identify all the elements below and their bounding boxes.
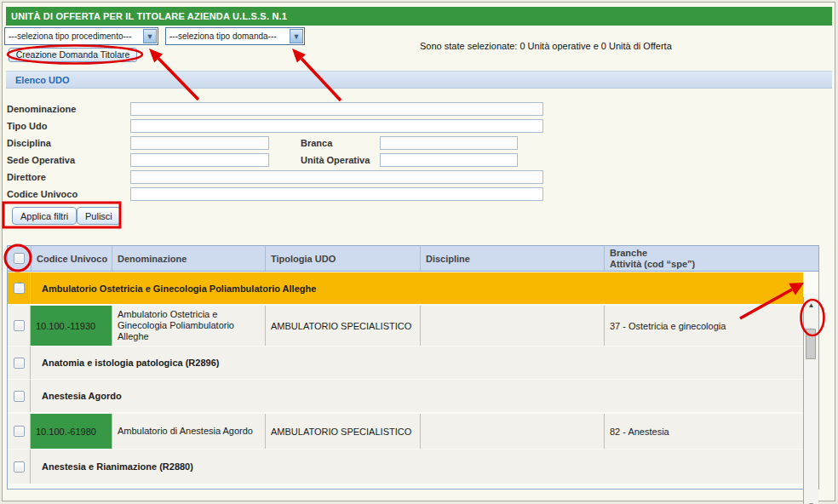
group-row-title: Anestesia Agordo <box>31 380 803 412</box>
column-header-branche-attivita: Branche Attività (cod “spe”) <box>604 246 818 271</box>
discipline-cell <box>420 306 604 346</box>
table-header-row: Codice Univoco Denominazione Tipologia U… <box>8 246 818 272</box>
disciplina-input[interactable] <box>130 136 269 150</box>
table-group-row: Anatomia e istologia patologica (R2896) <box>8 346 803 379</box>
column-header-denominazione: Denominazione <box>112 246 265 271</box>
udo-table: Codice Univoco Denominazione Tipologia U… <box>7 245 819 490</box>
creazione-domanda-titolare-button[interactable]: Creazione Domanda Titolare <box>9 48 137 62</box>
pulisci-button[interactable]: Pulisci <box>77 207 121 225</box>
tipo-procedimento-select[interactable]: ---seleziona tipo procedimento--- ▼ <box>4 27 158 45</box>
table-group-row: Anestesia e Rianimazione (R2880) <box>8 450 803 484</box>
row-checkbox[interactable] <box>14 320 25 331</box>
page: UNITÀ DI OFFERTA PER IL TITOLARE AZIENDA… <box>0 0 838 504</box>
tipo-procedimento-selected-value: ---seleziona tipo procedimento--- <box>9 28 141 44</box>
tipo-udo-label: Tipo Udo <box>7 121 47 131</box>
row-checkbox[interactable] <box>14 391 25 402</box>
table-row: 10.100.-11930 Ambulatorio Ostetricia e G… <box>8 306 803 346</box>
column-header-tipologia-udo: Tipologia UDO <box>265 246 420 271</box>
column-header-codice-univoco: Codice Univoco <box>31 246 112 271</box>
elenco-udo-panel-header: Elenco UDO <box>6 71 832 89</box>
group-row-title: Ambulatorio Ostetricia e Ginecologia Pol… <box>31 272 803 304</box>
row-checkbox[interactable] <box>14 358 25 369</box>
group-row-title: Anestesia e Rianimazione (R2880) <box>31 450 803 484</box>
select-all-checkbox[interactable] <box>14 253 25 264</box>
disciplina-label: Disciplina <box>7 138 51 148</box>
panel-title: Elenco UDO <box>15 72 70 89</box>
column-header-discipline: Discipline <box>420 246 604 271</box>
denominazione-cell: Ambulatorio Ostetricia e Ginecologia Pol… <box>112 306 265 346</box>
row-checkbox[interactable] <box>14 283 25 294</box>
applica-filtri-button[interactable]: Applica filtri <box>12 207 77 225</box>
tipologia-cell: AMBULATORIO SPECIALISTICO <box>265 414 420 449</box>
chevron-down-icon[interactable]: ▼ <box>290 29 303 43</box>
unita-operativa-input[interactable] <box>380 153 518 167</box>
group-row-title: Anatomia e istologia patologica (R2896) <box>31 346 803 379</box>
scroll-up-icon[interactable]: ▲ <box>804 301 818 310</box>
row-checkbox[interactable] <box>14 426 25 437</box>
chevron-down-icon[interactable]: ▼ <box>143 29 157 43</box>
tipo-domanda-selected-value: ---seleziona tipo domanda--- <box>169 28 287 44</box>
direttore-label: Direttore <box>7 172 46 182</box>
codice-univoco-cell: 10.100.-11930 <box>31 306 112 346</box>
branche-cell: 37 - Ostetricia e ginecologia <box>604 306 803 346</box>
table-scrollbar[interactable]: ▲ ▼ <box>803 297 818 504</box>
row-checkbox[interactable] <box>14 461 25 472</box>
table-group-row: Anestesia Agordo <box>8 380 803 412</box>
sede-operativa-input[interactable] <box>130 153 269 167</box>
discipline-cell <box>420 414 604 449</box>
table-group-row: Ambulatorio Ostetricia e Ginecologia Pol… <box>8 272 803 304</box>
direttore-input[interactable] <box>130 170 543 184</box>
branca-label: Branca <box>301 138 332 148</box>
scrollbar-thumb[interactable] <box>806 329 816 359</box>
page-title: UNITÀ DI OFFERTA PER IL TITOLARE AZIENDA… <box>6 7 832 26</box>
tipo-udo-input[interactable] <box>130 119 543 133</box>
branche-cell: 82 - Anestesia <box>604 414 803 449</box>
selection-summary: Sono state selezionate: 0 Unità operativ… <box>420 41 672 51</box>
sede-operativa-label: Sede Operativa <box>7 155 75 165</box>
unita-operativa-label: Unità Operativa <box>301 155 370 165</box>
denominazione-input[interactable] <box>130 102 543 116</box>
codice-univoco-cell: 10.100.-61980 <box>31 414 112 449</box>
tipologia-cell: AMBULATORIO SPECIALISTICO <box>265 306 420 346</box>
denominazione-cell: Ambulatorio di Anestesia Agordo <box>112 414 265 449</box>
table-row: 10.100.-61980 Ambulatorio di Anestesia A… <box>8 414 803 449</box>
codice-univoco-label: Codice Univoco <box>7 189 77 199</box>
denominazione-label: Denominazione <box>7 104 76 114</box>
tipo-domanda-select[interactable]: ---seleziona tipo domanda--- ▼ <box>165 27 305 45</box>
branca-input[interactable] <box>380 136 518 150</box>
table-body: Ambulatorio Ostetricia e Ginecologia Pol… <box>8 272 818 489</box>
codice-univoco-input[interactable] <box>130 187 543 201</box>
